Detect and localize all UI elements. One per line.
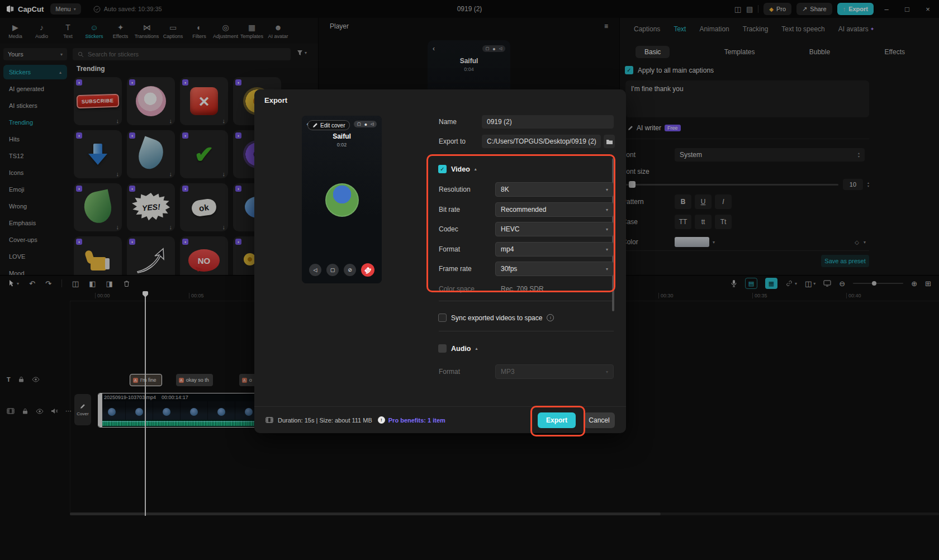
caret-down-icon: ▾ <box>606 187 608 192</box>
dialog-title: Export <box>264 96 287 105</box>
capcut-app: CapCut Menu ▾ Auto saved: 10:39:35 0919 … <box>0 0 939 560</box>
speaker-icon: ◁ <box>371 122 373 126</box>
field-label: Bit rate <box>439 206 460 213</box>
field-label: Format <box>439 245 460 253</box>
name-input[interactable]: 0919 (2) <box>482 115 614 129</box>
duration-size-label: Duration: 15s | Size: about 111 MB <box>278 417 372 424</box>
edit-cover-label: Edit cover <box>320 122 345 129</box>
avatar <box>325 183 359 217</box>
audio-section-label: Audio <box>451 345 471 353</box>
call-screen: ‹ ▢ ☻ ◁ Saiful 0:02 ◁ ▢ ⊘ ☎ <box>302 116 382 283</box>
browse-folder-button[interactable] <box>604 135 615 148</box>
dropdown-value: Rec. 709 SDR <box>501 285 544 293</box>
export-to-input[interactable]: C:/Users/TOPGUS/Desktop/0919 (2) <box>482 135 601 148</box>
cancel-button[interactable]: Cancel <box>584 412 615 428</box>
sync-label: Sync exported videos to space <box>451 314 542 322</box>
video-field-bit-rate: Bit rateRecommended▾ <box>439 202 614 217</box>
export-confirm-button[interactable]: Export <box>538 412 576 428</box>
field-label: Color space <box>439 285 475 293</box>
caret-down-icon: ▾ <box>606 369 608 374</box>
video-field-format: Formatmp4▾ <box>439 242 614 257</box>
dropdown-audio-format: MP3▾ <box>495 364 614 379</box>
dropdown-color-space: Rec. 709 SDR <box>495 282 614 296</box>
name-label: Name <box>439 118 457 126</box>
export-meta: Duration: 15s | Size: about 111 MB <box>265 417 372 424</box>
mute-button-icon: ⊘ <box>344 264 356 276</box>
dropdown-value: HEVC <box>501 225 519 233</box>
video-button-icon: ▢ <box>326 264 339 276</box>
caret-down-icon: ▾ <box>606 247 608 252</box>
dropdown-codec[interactable]: HEVC▾ <box>495 222 614 236</box>
folder-icon <box>606 139 613 145</box>
video-field-frame-rate: Frame rate30fps▾ <box>439 262 614 276</box>
audio-field-format: FormatMP3▾ <box>439 364 614 379</box>
export-dialog: Export ‹ ▢ ☻ ◁ Saiful 0:02 ◁ ▢ ⊘ <box>254 89 626 433</box>
divider <box>439 331 614 331</box>
audio-checkbox[interactable]: ✓ <box>438 344 447 353</box>
dialog-footer: Duration: 15s | Size: about 111 MB ! Pro… <box>254 406 626 433</box>
chevron-up-icon[interactable]: ▴ <box>475 167 477 172</box>
video-field-resolution: Resolution8K▾ <box>439 182 614 197</box>
dropdown-value: mp4 <box>501 245 514 253</box>
dropdown-format[interactable]: mp4▾ <box>495 242 614 257</box>
dropdown-frame-rate[interactable]: 30fps▾ <box>495 262 614 276</box>
pro-benefits-link[interactable]: ! Pro benefits: 1 item <box>378 416 445 424</box>
speaker-button-icon: ◁ <box>309 264 321 276</box>
video-section-label: Video <box>451 165 470 173</box>
video-icon: ▢ <box>357 122 361 126</box>
field-label: Codec <box>439 225 458 233</box>
info-icon: i <box>547 314 554 321</box>
video-section-header: ✓ Video ▴ <box>438 165 477 173</box>
chevron-up-icon[interactable]: ▴ <box>475 346 477 351</box>
dropdown-value: Recommended <box>501 206 546 213</box>
dropdown-value: MP3 <box>501 368 515 376</box>
call-controls: ◁ ▢ ⊘ ☎ <box>309 263 374 277</box>
call-duration: 0:02 <box>337 142 347 148</box>
dropdown-value: 8K <box>501 186 509 193</box>
dropdown-bit-rate[interactable]: Recommended▾ <box>495 202 614 217</box>
contact-icon: ☻ <box>364 122 368 126</box>
caret-down-icon: ▾ <box>606 267 608 272</box>
caret-down-icon: ▾ <box>606 207 608 212</box>
pencil-icon <box>312 122 318 128</box>
hangup-button-icon: ☎ <box>361 263 374 277</box>
field-label: Resolution <box>439 186 471 193</box>
contact-name: Saiful <box>333 132 351 140</box>
video-field-color-space: Color spaceRec. 709 SDR <box>439 282 614 296</box>
field-label: Frame rate <box>439 265 472 273</box>
video-field-codec: CodecHEVC▾ <box>439 222 614 236</box>
film-icon <box>265 417 273 423</box>
edit-cover-button[interactable]: Edit cover <box>307 120 350 130</box>
video-checkbox[interactable]: ✓ <box>438 165 447 173</box>
export-to-label: Export to <box>439 137 466 145</box>
dropdown-value: 30fps <box>501 265 517 273</box>
dropdown-resolution[interactable]: 8K▾ <box>495 182 614 197</box>
caret-down-icon: ▾ <box>606 227 608 232</box>
audio-section-header: ✓ Audio ▴ <box>438 344 477 353</box>
sync-row[interactable]: ✓ Sync exported videos to space i <box>438 314 554 322</box>
pro-benefits-label: Pro benefits: 1 item <box>388 417 445 424</box>
alert-icon: ! <box>378 416 385 424</box>
field-label: Format <box>439 368 460 376</box>
export-preview: ‹ ▢ ☻ ◁ Saiful 0:02 ◁ ▢ ⊘ ☎ <box>302 116 382 283</box>
call-icons-pill: ▢ ☻ ◁ <box>354 121 377 127</box>
divider <box>439 301 614 301</box>
sync-checkbox[interactable]: ✓ <box>438 314 447 322</box>
